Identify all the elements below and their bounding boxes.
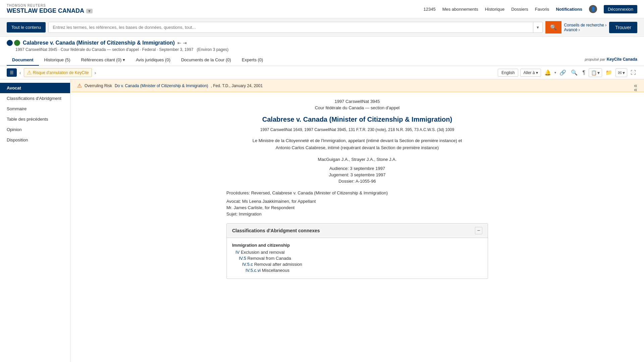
deconnexion-button[interactable]: Déconnexion xyxy=(604,5,637,13)
doc-audience: Audience: 3 septembre 1997 xyxy=(226,166,488,171)
sidebar-item-sommaire[interactable]: Sommaire xyxy=(0,104,70,114)
classif-section-label: Immigration and citizenship xyxy=(232,243,482,248)
user-icon[interactable]: 👤 xyxy=(589,5,597,13)
tab-avis[interactable]: Avis juridiques (0) xyxy=(130,55,176,66)
back-to-top-button[interactable]: « xyxy=(634,86,637,93)
classifications-title: Classifications d'Abridgment connexes xyxy=(232,228,320,233)
logo-badge[interactable]: ▼ xyxy=(86,9,93,13)
top-navigation: THOMSON REUTERS WESTLAW EDGE CANADA ▼ 12… xyxy=(0,0,644,18)
keycite-risk-label: Risque d'annulation de KeyCite xyxy=(33,70,89,75)
arrow-right-button[interactable]: ⇥ xyxy=(183,40,187,46)
document-arrows: ⇤ ⇥ xyxy=(177,40,187,46)
nav-links: 12345 Mes abonnements Historique Dossier… xyxy=(424,5,637,13)
doc-parties: Le Ministre de la Citoyenneté et de l'Im… xyxy=(226,137,488,152)
classif-text-0: Exclusion and removal xyxy=(241,250,285,255)
list-icon: ☰ xyxy=(10,70,14,75)
classif-item-1: IV.5 Removal from Canada xyxy=(239,256,482,261)
classifications-box: Classifications d'Abridgment connexes − … xyxy=(226,223,488,279)
conseils-de-recherche-link[interactable]: Conseils de recherche › xyxy=(564,23,607,27)
nav-historique[interactable]: Historique xyxy=(485,7,505,12)
classif-item-0: IV Exclusion and removal xyxy=(235,250,482,255)
classif-link-3[interactable]: IV.5.c.vi xyxy=(246,268,261,273)
doc-jugement: Jugement: 3 septembre 1997 xyxy=(226,172,488,177)
alert-case-link[interactable]: Do v. Canada (Minister of Citizenship & … xyxy=(115,83,208,88)
toolbar-nav-forward[interactable]: › xyxy=(93,69,98,77)
classif-link-1[interactable]: IV.5 xyxy=(239,256,246,261)
list-view-button[interactable]: ☰ xyxy=(7,68,17,77)
document-body: « 1997 CarswellNat 3945 Cour fédérale du… xyxy=(206,92,508,286)
nav-favoris[interactable]: Favoris xyxy=(535,7,549,12)
document-title-link[interactable]: Calabrese v. Canada (Minister of Citizen… xyxy=(23,40,175,46)
sidebar-item-disposition[interactable]: Disposition xyxy=(0,135,70,145)
classif-item-2: IV.5.c Removal after admission xyxy=(242,262,482,267)
copy-icon: 📋 xyxy=(591,70,597,75)
search-go-button[interactable]: 🔍 xyxy=(545,21,561,34)
thomson-reuters-label: THOMSON REUTERS xyxy=(7,4,93,7)
toolbar-nav-back[interactable]: ‹ xyxy=(18,69,22,77)
aller-a-dropdown[interactable]: Aller à ▾ xyxy=(520,69,541,77)
keycite-risk-icon: ⚠ xyxy=(27,69,32,76)
icon-green xyxy=(14,40,20,46)
tab-experts[interactable]: Experts (0) xyxy=(236,55,269,66)
sidebar-item-avocat[interactable]: Avocat xyxy=(0,83,70,93)
alert-risk-text: Overruling Risk xyxy=(85,83,112,88)
toolbar: ☰ ‹ ⚠ Risque d'annulation de KeyCite › E… xyxy=(0,66,644,79)
sidebar-item-table-precedents[interactable]: Table des précédents xyxy=(0,114,70,124)
classifications-header: Classifications d'Abridgment connexes − xyxy=(227,224,488,238)
tab-docs-cour[interactable]: Documents de la Cour (0) xyxy=(176,55,236,66)
doc-procedures: Procédures: Reversed, Calabrese v. Canad… xyxy=(226,190,488,195)
tab-references[interactable]: Références citant (0) ▾ xyxy=(76,55,130,66)
search-bar: Tout le contenu ▾ 🔍 Conseils de recherch… xyxy=(0,18,644,37)
copy-dropdown-button[interactable]: 📋 ▾ xyxy=(589,68,602,77)
search-dropdown-button[interactable]: ▾ xyxy=(533,22,542,33)
email-icon: ✉ xyxy=(618,70,622,75)
nav-dossier-number[interactable]: 12345 xyxy=(424,7,436,12)
nav-notifications[interactable]: Notifications xyxy=(556,7,582,12)
tab-document[interactable]: Document xyxy=(7,55,39,66)
tab-historique[interactable]: Historique (5) xyxy=(39,55,76,66)
classif-link-0[interactable]: IV xyxy=(235,250,239,255)
arrow-left-button[interactable]: ⇤ xyxy=(177,40,181,46)
email-dropdown-button[interactable]: ✉ ▾ xyxy=(615,68,627,77)
search-category-button[interactable]: Tout le contenu xyxy=(7,22,46,33)
classif-item-3: IV.5.c.vi Miscellaneous xyxy=(246,268,482,273)
search-doc-button[interactable]: 🔍 xyxy=(570,68,579,77)
document-title-bar: Calabrese v. Canada (Minister of Citizen… xyxy=(7,40,637,46)
westlaw-logo: WESTLAW EDGE CANADA ▼ xyxy=(7,7,93,14)
classif-text-3: Miscellaneous xyxy=(262,268,289,273)
doc-main-title: Calabrese v. Canada (Minister of Citizen… xyxy=(226,116,488,123)
bell-icon-button[interactable]: 🔔 xyxy=(543,68,552,77)
doc-refs: 1997 CarswellNat 1649, 1997 CarswellNat … xyxy=(226,127,488,132)
doc-citation: 1997 CarswellNat 3945 xyxy=(226,99,488,104)
search-input[interactable] xyxy=(49,22,533,33)
alert-icon: ⚠ xyxy=(77,82,82,89)
toolbar-right: English Aller à ▾ 🔔 ▾ 🔗 🔍 ¶ 📋 ▾ 📁 ✉ ▾ ⛶ xyxy=(498,68,637,77)
sidebar-item-opinion[interactable]: Opinion xyxy=(0,124,70,135)
document-content: ⚠ Overruling Risk Do v. Canada (Minister… xyxy=(70,79,644,362)
doc-parties-line1: Le Ministre de la Citoyenneté et de l'Im… xyxy=(226,137,488,144)
classif-link-2[interactable]: IV.5.c xyxy=(242,262,253,267)
main-content: Avocat Classifications d'Abridgment Somm… xyxy=(0,79,644,362)
logo-area: THOMSON REUTERS WESTLAW EDGE CANADA ▼ xyxy=(7,4,93,14)
folder-button[interactable]: 📁 xyxy=(604,68,613,77)
alert-detail: , Fed. T.D., January 24, 2001 xyxy=(211,83,263,88)
classif-text-1: Removal from Canada xyxy=(248,256,291,261)
doc-dossier: Dossier: A-1055-96 xyxy=(226,179,488,184)
language-button[interactable]: English xyxy=(498,69,518,77)
classif-text-2: Removal after admission xyxy=(254,262,302,267)
keycite-risk-indicator[interactable]: ⚠ Risque d'annulation de KeyCite xyxy=(24,68,92,77)
link-icon-button[interactable]: 🔗 xyxy=(558,68,568,77)
sidebar-item-classifications[interactable]: Classifications d'Abridgment xyxy=(0,93,70,104)
icon-blue xyxy=(7,40,13,46)
document-approx-pages: (Environ 3 pages) xyxy=(197,47,229,52)
fullscreen-button[interactable]: ⛶ xyxy=(629,68,637,77)
nav-dossiers[interactable]: Dossiers xyxy=(511,7,528,12)
doc-avocat2: Mr. James Carlisle, for Respondent xyxy=(226,205,488,210)
bell-dropdown-arrow: ▾ xyxy=(554,71,556,74)
trouver-button[interactable]: Trouver xyxy=(609,22,637,33)
westlaw-label: WESTLAW EDGE CANADA xyxy=(7,7,84,14)
classifications-collapse-button[interactable]: − xyxy=(475,227,482,234)
nav-mes-abonnements[interactable]: Mes abonnements xyxy=(442,7,478,12)
avance-link[interactable]: Avancé › xyxy=(564,27,607,32)
paragraph-button[interactable]: ¶ xyxy=(581,68,587,77)
